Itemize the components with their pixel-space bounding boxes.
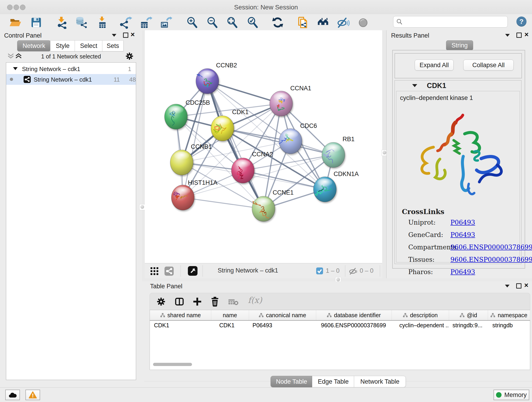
delete-table-icon[interactable] bbox=[228, 299, 239, 306]
column-header-namespace[interactable]: namespace bbox=[488, 310, 530, 320]
network-node-hist1h1a[interactable] bbox=[171, 185, 194, 210]
crosslink-row: Uniprot: bbox=[408, 219, 436, 226]
table-cell[interactable]: CDK1 bbox=[219, 322, 249, 330]
tab-string[interactable]: String bbox=[446, 40, 473, 51]
network-node-cdc6[interactable] bbox=[279, 128, 302, 154]
column-header-name[interactable]: name bbox=[211, 310, 249, 320]
table-panel-menu-icon[interactable] bbox=[505, 285, 510, 287]
export-image-icon[interactable] bbox=[159, 16, 172, 29]
import-network-database-icon[interactable] bbox=[75, 16, 88, 29]
zoom-out-icon[interactable] bbox=[206, 16, 219, 29]
network-node-ccnb2[interactable] bbox=[196, 69, 219, 94]
help-button[interactable]: ? bbox=[516, 17, 526, 27]
refresh-icon[interactable] bbox=[271, 16, 284, 29]
network-node-rb1[interactable] bbox=[322, 142, 345, 167]
network-canvas[interactable]: CCNB2CCNA1CDC25BCDK1CDC6RB1CCNB1CCNA2CDK… bbox=[145, 30, 382, 263]
tab-network-table[interactable]: Network Table bbox=[354, 376, 406, 387]
results-panel-menu-icon[interactable] bbox=[505, 34, 510, 37]
show-columns-icon[interactable] bbox=[175, 297, 184, 306]
tab-style[interactable]: Style bbox=[50, 40, 75, 51]
network-edge[interactable] bbox=[243, 171, 325, 189]
share-session-icon[interactable] bbox=[297, 16, 309, 29]
column-header-shared-name[interactable]: shared name bbox=[150, 310, 211, 320]
gene-section-collapse-icon[interactable] bbox=[412, 84, 417, 87]
network-tree-item-row[interactable]: String Network – cdk1 11 48 bbox=[6, 74, 136, 85]
expand-all-button[interactable]: Expand All bbox=[415, 60, 454, 70]
results-panel-float-icon[interactable] bbox=[516, 32, 522, 38]
crosslink-link[interactable]: P06493 bbox=[450, 268, 475, 276]
network-options-gear-icon[interactable] bbox=[125, 52, 134, 61]
show-hide-panels-icon[interactable] bbox=[337, 16, 350, 29]
cloud-button[interactable] bbox=[5, 390, 20, 400]
crosslink-link[interactable]: 9606.ENSP00000378699 bbox=[450, 256, 532, 263]
preview-eye-icon[interactable] bbox=[357, 16, 370, 29]
horizontal-scrollbar-thumb[interactable] bbox=[153, 363, 192, 366]
column-header-description[interactable]: description bbox=[392, 310, 449, 320]
tab-node-table[interactable]: Node Table bbox=[271, 376, 312, 387]
grid-view-icon[interactable] bbox=[150, 267, 158, 275]
selected-checkbox-icon[interactable] bbox=[316, 268, 323, 274]
network-node-cdc25b[interactable] bbox=[165, 104, 187, 129]
table-panel-float-icon[interactable] bbox=[516, 283, 521, 288]
collapse-all-button[interactable]: Collapse All bbox=[463, 60, 514, 70]
network-node-cdk1[interactable] bbox=[211, 116, 234, 141]
open-session-icon[interactable] bbox=[9, 16, 22, 29]
crosslink-link[interactable]: P06493 bbox=[450, 219, 475, 226]
network-node-ccna2[interactable] bbox=[231, 158, 254, 183]
network-node-ccna1[interactable] bbox=[270, 91, 293, 116]
column-header-database-identifier[interactable]: database identifier bbox=[316, 310, 392, 320]
column-header--id[interactable]: @id bbox=[449, 310, 488, 320]
add-column-icon[interactable] bbox=[192, 297, 202, 306]
control-panel-close-icon[interactable]: × bbox=[131, 32, 135, 38]
zoom-in-icon[interactable] bbox=[186, 16, 199, 29]
export-table-icon[interactable] bbox=[139, 16, 152, 29]
delete-column-trash-icon[interactable] bbox=[210, 296, 220, 307]
tab-edge-table[interactable]: Edge Table bbox=[312, 376, 355, 387]
network-node-cdkn1a[interactable] bbox=[313, 177, 336, 202]
warning-button[interactable] bbox=[25, 390, 40, 400]
save-session-icon[interactable] bbox=[30, 16, 43, 29]
network-node-ccne1[interactable] bbox=[252, 196, 275, 221]
table-cell[interactable]: stringdb:9... bbox=[452, 322, 488, 330]
crosslink-link[interactable]: 9606.ENSP00000378699 bbox=[450, 243, 532, 251]
table-cell[interactable]: P06493 bbox=[253, 322, 316, 330]
home-icon[interactable] bbox=[317, 16, 330, 29]
table-cell[interactable]: cyclin–dependent ... bbox=[399, 322, 449, 330]
network-edge[interactable] bbox=[207, 81, 264, 209]
crosslink-label: Pharos: bbox=[408, 268, 433, 276]
table-cell[interactable]: CDK1 bbox=[154, 322, 211, 330]
search-icon bbox=[396, 19, 403, 25]
export-network-icon[interactable] bbox=[119, 16, 132, 29]
control-panel-float-icon[interactable] bbox=[123, 32, 128, 38]
zoom-fit-icon[interactable] bbox=[226, 16, 239, 29]
table-cell[interactable]: stringdb bbox=[492, 322, 530, 330]
tab-select[interactable]: Select bbox=[75, 40, 103, 51]
network-edge[interactable] bbox=[183, 198, 264, 209]
network-graph[interactable]: CCNB2CCNA1CDC25BCDK1CDC6RB1CCNB1CCNA2CDK… bbox=[145, 30, 382, 263]
search-input[interactable] bbox=[404, 17, 506, 26]
memory-button[interactable]: Memory bbox=[494, 390, 529, 400]
import-table-icon[interactable] bbox=[96, 16, 109, 29]
left-splitter-handle[interactable] bbox=[139, 204, 145, 210]
birdseye-view-icon[interactable] bbox=[188, 266, 197, 276]
zoom-selected-icon[interactable] bbox=[246, 16, 259, 29]
hidden-eye-icon[interactable] bbox=[349, 268, 358, 275]
control-panel-menu-icon[interactable] bbox=[112, 34, 116, 37]
tab-network[interactable]: Network bbox=[17, 40, 51, 51]
tree-expand-icon[interactable] bbox=[13, 67, 18, 70]
table-panel-close-icon[interactable]: × bbox=[524, 282, 528, 288]
network-tree-root-row[interactable]: String Network – cdk1 1 bbox=[6, 64, 136, 74]
crosslink-link[interactable]: P06493 bbox=[450, 231, 475, 239]
crosslinks-title: CrossLinks bbox=[402, 208, 444, 216]
tab-sets[interactable]: Sets bbox=[102, 40, 123, 51]
table-options-gear-icon[interactable] bbox=[156, 297, 166, 306]
results-panel-close-icon[interactable]: × bbox=[525, 32, 529, 38]
table-cell[interactable]: 9606.ENSP00000378699 bbox=[321, 322, 392, 330]
network-share-toggle-icon[interactable] bbox=[165, 267, 174, 276]
left-splitter[interactable] bbox=[142, 30, 145, 278]
network-node-ccnb1[interactable] bbox=[170, 150, 193, 175]
results-panel: Results Panel × String Expand All Collap… bbox=[386, 30, 532, 278]
function-builder-icon[interactable]: f(x) bbox=[248, 295, 262, 305]
column-header-canonical-name[interactable]: canonical name bbox=[249, 310, 316, 320]
import-network-file-icon[interactable] bbox=[56, 16, 69, 29]
